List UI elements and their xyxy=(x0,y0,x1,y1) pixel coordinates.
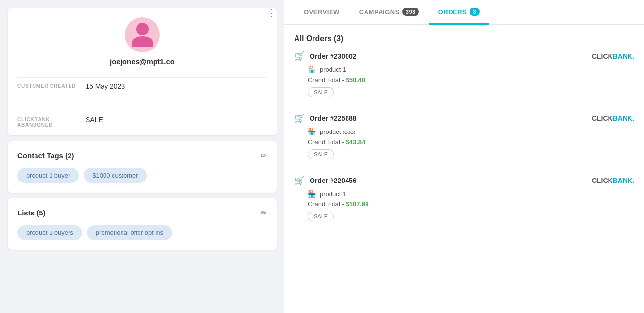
tab-orders-label: ORDERS xyxy=(438,8,467,16)
order-header-1: 🛒 Order #230002 CLICKBANK. xyxy=(294,51,634,62)
click-part-2: CLICK xyxy=(592,115,613,122)
cart-icon-3: 🛒 xyxy=(294,175,305,186)
lists-title: Lists (5) xyxy=(17,209,46,217)
product-name-3: product 1 xyxy=(320,190,346,198)
avatar-icon xyxy=(132,23,153,47)
contact-tags-title: Contact Tags (2) xyxy=(17,151,74,160)
grand-total-label-1: Grand Total - xyxy=(308,76,344,83)
profile-email: joejones@mpt1.co xyxy=(110,57,174,66)
click-part-1: CLICK xyxy=(592,52,613,60)
avatar xyxy=(125,17,160,52)
orders-badge: 3 xyxy=(470,8,480,16)
grand-total-label-2: Grand Total - xyxy=(308,138,344,146)
bank-part-3: BANK. xyxy=(613,177,634,184)
bank-part-2: BANK. xyxy=(613,115,634,122)
tab-campaigns-label: CAMPAIGNS xyxy=(359,8,400,16)
left-panel: ⋮ joejones@mpt1.co CUSTOMER CREATED 15 M… xyxy=(0,0,284,313)
product-icon-3: 🏪 xyxy=(308,190,316,198)
product-icon-1: 🏪 xyxy=(308,66,316,73)
orders-content: All Orders (3) 🛒 Order #230002 CLICKBANK… xyxy=(284,25,644,313)
profile-card: ⋮ joejones@mpt1.co CUSTOMER CREATED 15 M… xyxy=(8,8,277,135)
tag-product-1-buyer: product 1 buyer xyxy=(17,168,79,183)
tab-campaigns[interactable]: CAMPAIGNS 393 xyxy=(349,0,429,25)
order-amount-3: $107.99 xyxy=(346,200,369,208)
customer-created-label: CUSTOMER CREATED xyxy=(17,82,76,89)
clickbank-logo-2: CLICKBANK. xyxy=(592,115,634,122)
order-card-1: 🛒 Order #230002 CLICKBANK. 🏪 product 1 G… xyxy=(294,51,634,105)
campaigns-badge: 393 xyxy=(402,8,419,16)
bank-part-1: BANK. xyxy=(613,52,634,60)
tab-overview-label: OVERVIEW xyxy=(304,8,340,16)
order-product-3: 🏪 product 1 xyxy=(294,190,634,198)
list-promotional-offer: promotional offer opt ins xyxy=(87,225,172,240)
customer-created-date: 15 May 2023 xyxy=(86,82,125,90)
order-total-2: Grand Total - $43.84 xyxy=(294,138,634,146)
clickbank-abandoned-row: CLICKBANK ABANDONED SALE xyxy=(17,116,267,128)
profile-divider xyxy=(17,77,267,78)
customer-created-row: CUSTOMER CREATED 15 May 2023 xyxy=(17,82,267,90)
tag-1000-customer: $1000 customer xyxy=(84,168,146,183)
cart-icon-2: 🛒 xyxy=(294,113,305,124)
order-product-2: 🏪 product xxxx xyxy=(294,128,634,135)
order-number-2: Order #225688 xyxy=(310,115,357,122)
tags-container: product 1 buyer $1000 customer xyxy=(17,168,267,183)
order-badge-2: SALE xyxy=(308,149,334,159)
lists-card: Lists (5) ✏ product 1 buyers promotional… xyxy=(8,198,277,250)
clickbank-logo-1: CLICKBANK. xyxy=(592,52,634,60)
cart-icon-1: 🛒 xyxy=(294,51,305,62)
lists-header: Lists (5) ✏ xyxy=(17,208,267,217)
avatar-head xyxy=(136,23,149,35)
tabs-bar: OVERVIEW CAMPAIGNS 393 ORDERS 3 xyxy=(284,0,644,25)
order-amount-2: $43.84 xyxy=(346,138,366,146)
all-orders-title: All Orders (3) xyxy=(294,34,634,43)
order-header-3: 🛒 Order #220456 CLICKBANK. xyxy=(294,175,634,186)
product-name-1: product 1 xyxy=(320,66,346,73)
order-amount-1: $50.48 xyxy=(346,76,366,83)
grand-total-label-3: Grand Total - xyxy=(308,200,344,208)
order-card-3: 🛒 Order #220456 CLICKBANK. 🏪 product 1 G… xyxy=(294,175,634,229)
meta-divider xyxy=(17,103,267,103)
clickbank-abandoned-label: CLICKBANK ABANDONED xyxy=(17,116,76,128)
more-menu-button[interactable]: ⋮ xyxy=(266,8,277,17)
contact-tags-header: Contact Tags (2) ✏ xyxy=(17,151,267,160)
list-product-1-buyers: product 1 buyers xyxy=(17,225,82,240)
clickbank-logo-3: CLICKBANK. xyxy=(592,177,634,184)
order-number-3: Order #220456 xyxy=(310,177,357,184)
contact-tags-edit-button[interactable]: ✏ xyxy=(261,151,267,160)
product-name-2: product xxxx xyxy=(320,128,355,135)
order-total-1: Grand Total - $50.48 xyxy=(294,76,634,83)
avatar-body xyxy=(132,36,153,47)
order-badge-1: SALE xyxy=(308,87,334,97)
profile-meta: CUSTOMER CREATED 15 May 2023 CLICKBANK A… xyxy=(17,82,267,128)
order-header-2: 🛒 Order #225688 CLICKBANK. xyxy=(294,113,634,124)
click-part-3: CLICK xyxy=(592,177,613,184)
tab-overview[interactable]: OVERVIEW xyxy=(294,0,349,25)
order-product-1: 🏪 product 1 xyxy=(294,66,634,73)
lists-container: product 1 buyers promotional offer opt i… xyxy=(17,225,267,240)
right-panel: OVERVIEW CAMPAIGNS 393 ORDERS 3 All Orde… xyxy=(284,0,644,313)
order-total-3: Grand Total - $107.99 xyxy=(294,200,634,208)
order-card-2: 🛒 Order #225688 CLICKBANK. 🏪 product xxx… xyxy=(294,113,634,167)
order-number-1: Order #230002 xyxy=(310,52,357,60)
lists-edit-button[interactable]: ✏ xyxy=(261,208,267,217)
product-icon-2: 🏪 xyxy=(308,128,316,135)
order-badge-3: SALE xyxy=(308,212,334,221)
contact-tags-card: Contact Tags (2) ✏ product 1 buyer $1000… xyxy=(8,141,277,193)
clickbank-abandoned-value: SALE xyxy=(86,116,103,124)
tab-orders[interactable]: ORDERS 3 xyxy=(429,0,489,25)
